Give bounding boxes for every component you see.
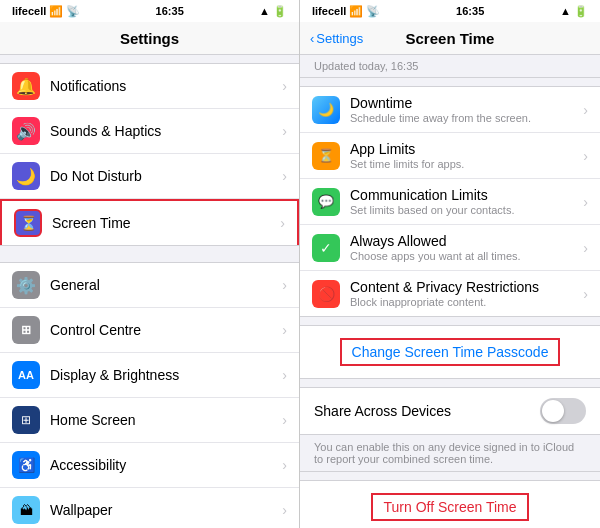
updated-text: Updated today, 16:35 — [314, 60, 418, 72]
applimits-chevron: › — [583, 148, 588, 164]
display-icon: AA — [12, 361, 40, 389]
list-item-commlimits[interactable]: 💬 Communication Limits Set limits based … — [300, 179, 600, 225]
list-item-alwaysallowed[interactable]: ✓ Always Allowed Choose apps you want at… — [300, 225, 600, 271]
toggle-knob — [542, 400, 564, 422]
left-time: 16:35 — [156, 5, 184, 17]
right-location-icon: ▲ — [560, 5, 571, 17]
list-item-applimits[interactable]: ⏳ App Limits Set time limits for apps. › — [300, 133, 600, 179]
display-text: Display & Brightness — [50, 367, 282, 383]
wallpaper-label: Wallpaper — [50, 502, 282, 518]
accessibility-icon: ♿ — [12, 451, 40, 479]
back-chevron-icon: ‹ — [310, 31, 314, 46]
share-description: You can enable this on any device signed… — [300, 435, 600, 472]
share-row: Share Across Devices — [300, 387, 600, 435]
downtime-label: Downtime — [350, 95, 583, 111]
left-status-bar: lifecell 📶 📡 16:35 ▲ 🔋 — [0, 0, 299, 22]
general-text: General — [50, 277, 282, 293]
right-panel: lifecell 📶 📡 16:35 ▲ 🔋 ‹ Settings Screen… — [300, 0, 600, 528]
back-button[interactable]: ‹ Settings — [310, 31, 363, 46]
notifications-icon: 🔔 — [12, 72, 40, 100]
downtime-chevron: › — [583, 102, 588, 118]
downtime-text: Downtime Schedule time away from the scr… — [350, 95, 583, 124]
list-item-downtime[interactable]: 🌙 Downtime Schedule time away from the s… — [300, 87, 600, 133]
content-text: Content & Privacy Restrictions Block ina… — [350, 279, 583, 308]
display-label: Display & Brightness — [50, 367, 282, 383]
general-chevron: › — [282, 277, 287, 293]
change-passcode-button[interactable]: Change Screen Time Passcode — [340, 338, 561, 366]
left-battery-icon: 🔋 — [273, 5, 287, 18]
controlcentre-icon: ⊞ — [12, 316, 40, 344]
right-battery-icon: 🔋 — [574, 5, 588, 18]
controlcentre-chevron: › — [282, 322, 287, 338]
controlcentre-text: Control Centre — [50, 322, 282, 338]
left-location-icon: ▲ — [259, 5, 270, 17]
list-item-wallpaper[interactable]: 🏔 Wallpaper › — [0, 488, 299, 528]
applimits-subtitle: Set time limits for apps. — [350, 158, 583, 170]
commlimits-icon: 💬 — [312, 188, 340, 216]
right-settings-list: 🌙 Downtime Schedule time away from the s… — [300, 78, 600, 528]
screentime-label: Screen Time — [52, 215, 280, 231]
display-chevron: › — [282, 367, 287, 383]
left-status-left: lifecell 📶 📡 — [12, 5, 80, 18]
homescreen-text: Home Screen — [50, 412, 282, 428]
updated-bar: Updated today, 16:35 — [300, 55, 600, 78]
left-divider — [0, 246, 299, 254]
alwaysallowed-subtitle: Choose apps you want at all times. — [350, 250, 583, 262]
list-item-sounds[interactable]: 🔊 Sounds & Haptics › — [0, 109, 299, 154]
list-item-dnd[interactable]: 🌙 Do Not Disturb › — [0, 154, 299, 199]
list-item-homescreen[interactable]: ⊞ Home Screen › — [0, 398, 299, 443]
left-group-2: ⚙️ General › ⊞ Control Centre › AA Displ… — [0, 262, 299, 528]
dnd-chevron: › — [282, 168, 287, 184]
alwaysallowed-label: Always Allowed — [350, 233, 583, 249]
list-item-notifications[interactable]: 🔔 Notifications › — [0, 64, 299, 109]
list-item-display[interactable]: AA Display & Brightness › — [0, 353, 299, 398]
right-nav-bar: ‹ Settings Screen Time — [300, 22, 600, 55]
applimits-icon: ⏳ — [312, 142, 340, 170]
right-status-bar: lifecell 📶 📡 16:35 ▲ 🔋 — [300, 0, 600, 22]
notifications-label: Notifications — [50, 78, 282, 94]
list-item-accessibility[interactable]: ♿ Accessibility › — [0, 443, 299, 488]
notifications-text: Notifications — [50, 78, 282, 94]
accessibility-text: Accessibility — [50, 457, 282, 473]
right-time: 16:35 — [456, 5, 484, 17]
change-passcode-section: Change Screen Time Passcode — [300, 325, 600, 379]
accessibility-label: Accessibility — [50, 457, 282, 473]
left-status-right: ▲ 🔋 — [259, 5, 287, 18]
turn-off-section: Turn Off Screen Time — [300, 480, 600, 528]
alwaysallowed-text: Always Allowed Choose apps you want at a… — [350, 233, 583, 262]
left-signal-icon: 📶 — [49, 5, 63, 18]
turn-off-button[interactable]: Turn Off Screen Time — [371, 493, 528, 521]
commlimits-label: Communication Limits — [350, 187, 583, 203]
controlcentre-label: Control Centre — [50, 322, 282, 338]
dnd-label: Do Not Disturb — [50, 168, 282, 184]
notifications-chevron: › — [282, 78, 287, 94]
sounds-chevron: › — [282, 123, 287, 139]
wallpaper-icon: 🏔 — [12, 496, 40, 524]
screentime-text: Screen Time — [52, 215, 280, 231]
dnd-text: Do Not Disturb — [50, 168, 282, 184]
wallpaper-chevron: › — [282, 502, 287, 518]
left-wifi-icon: 📡 — [66, 5, 80, 18]
share-label: Share Across Devices — [314, 403, 540, 419]
commlimits-chevron: › — [583, 194, 588, 210]
left-group-1: 🔔 Notifications › 🔊 Sounds & Haptics › 🌙… — [0, 63, 299, 246]
dnd-icon: 🌙 — [12, 162, 40, 190]
right-nav-title: Screen Time — [406, 30, 495, 47]
sounds-icon: 🔊 — [12, 117, 40, 145]
applimits-text: App Limits Set time limits for apps. — [350, 141, 583, 170]
list-item-screentime[interactable]: ⏳ Screen Time › — [0, 199, 299, 245]
share-toggle[interactable] — [540, 398, 586, 424]
list-item-controlcentre[interactable]: ⊞ Control Centre › — [0, 308, 299, 353]
wallpaper-text: Wallpaper — [50, 502, 282, 518]
sounds-label: Sounds & Haptics — [50, 123, 282, 139]
alwaysallowed-icon: ✓ — [312, 234, 340, 262]
left-nav-bar: Settings — [0, 22, 299, 55]
list-item-general[interactable]: ⚙️ General › — [0, 263, 299, 308]
right-divider-1 — [300, 317, 600, 325]
downtime-icon: 🌙 — [312, 96, 340, 124]
left-carrier: lifecell — [12, 5, 46, 17]
list-item-content[interactable]: 🚫 Content & Privacy Restrictions Block i… — [300, 271, 600, 316]
right-divider-2 — [300, 379, 600, 387]
commlimits-text: Communication Limits Set limits based on… — [350, 187, 583, 216]
content-icon: 🚫 — [312, 280, 340, 308]
